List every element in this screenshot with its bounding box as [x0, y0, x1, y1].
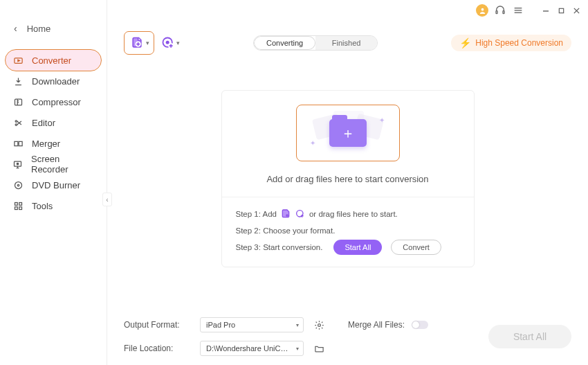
sidebar-item-label: Converter: [32, 55, 71, 66]
svg-rect-15: [14, 141, 17, 145]
sidebar-item-label: Screen Recorder: [31, 154, 94, 175]
svg-point-20: [17, 184, 19, 186]
chevron-down-icon: ▾: [296, 322, 299, 328]
svg-point-13: [15, 120, 17, 122]
start-all-button[interactable]: Start All: [488, 325, 571, 348]
sidebar-item-tools[interactable]: Tools: [0, 195, 107, 216]
sidebar-item-screen-recorder[interactable]: Screen Recorder: [0, 154, 107, 175]
compressor-icon: [12, 96, 24, 107]
merge-all-toggle[interactable]: [412, 321, 428, 329]
file-add-icon: [130, 36, 144, 50]
sidebar-item-editor[interactable]: Editor: [0, 112, 107, 133]
steps-instructions: Step 1: Add or drag files here to start.…: [222, 206, 474, 256]
merger-icon: [12, 138, 24, 149]
sidebar-item-label: Merger: [32, 139, 60, 149]
settings-gear-icon[interactable]: [313, 319, 324, 330]
sidebar-item-merger[interactable]: Merger: [0, 133, 107, 154]
file-location-select[interactable]: D:\Wondershare UniConverter 1 ▾: [200, 341, 304, 356]
svg-point-38: [318, 323, 320, 326]
main-panel: ▾ ▾ Converting Finished ⚡ High Speed Con…: [107, 0, 588, 365]
output-format-label: Output Format:: [124, 320, 190, 330]
high-speed-label: High Speed Conversion: [475, 38, 563, 48]
disc-add-icon: [161, 36, 175, 50]
high-speed-conversion-button[interactable]: ⚡ High Speed Conversion: [451, 35, 571, 51]
tab-converting[interactable]: Converting: [254, 36, 315, 50]
sidebar-item-label: Compressor: [32, 97, 81, 107]
dropzone-illustration: ✦✦ ＋: [310, 112, 386, 154]
step3-label: Step 3: Start conversion.: [236, 243, 323, 251]
tools-icon: [12, 200, 24, 211]
svg-rect-22: [19, 202, 21, 205]
footer-bar: Output Format: iPad Pro ▾ Merge All File…: [124, 307, 571, 357]
output-format-select[interactable]: iPad Pro ▾: [200, 317, 304, 332]
file-location-value: D:\Wondershare UniConverter 1: [206, 344, 289, 353]
home-label: Home: [27, 24, 51, 34]
output-format-value: iPad Pro: [206, 321, 235, 329]
open-folder-icon[interactable]: [313, 343, 324, 354]
toolbar: ▾ ▾ Converting Finished ⚡ High Speed Con…: [124, 30, 571, 55]
sidebar-item-label: DVD Burner: [32, 180, 80, 190]
step1-label-b: or drag files here to start.: [309, 210, 398, 218]
chevron-down-icon: ▾: [296, 346, 299, 352]
sidebar-item-label: Downloader: [32, 76, 80, 87]
tab-finished[interactable]: Finished: [315, 36, 377, 50]
svg-point-29: [166, 41, 169, 44]
downloader-icon: [12, 75, 24, 87]
step2-label: Step 2: Choose your format.: [236, 226, 336, 235]
sidebar-item-downloader[interactable]: Downloader: [0, 71, 107, 91]
start-all-button-inline[interactable]: Start All: [333, 240, 382, 255]
svg-marker-11: [17, 60, 19, 62]
bolt-icon: ⚡: [459, 37, 471, 48]
nav-list: Converter Downloader Compressor Editor M…: [0, 50, 107, 216]
file-add-icon: [280, 208, 291, 220]
home-link[interactable]: ‹ Home: [0, 19, 107, 37]
svg-rect-23: [15, 206, 17, 209]
screen-recorder-icon: [12, 159, 23, 170]
step1-label-a: Step 1: Add: [236, 210, 277, 218]
conversion-tabs: Converting Finished: [253, 35, 378, 51]
converter-icon: [12, 55, 24, 66]
sidebar-item-dvd-burner[interactable]: DVD Burner: [0, 175, 107, 195]
sidebar-item-label: Editor: [32, 118, 55, 128]
chevron-down-icon: ▾: [146, 39, 149, 46]
add-file-button[interactable]: ▾: [124, 31, 154, 55]
back-icon: ‹: [14, 23, 17, 34]
dropzone[interactable]: ✦✦ ＋: [296, 105, 400, 161]
chevron-down-icon: ▾: [176, 39, 180, 46]
convert-button-inline[interactable]: Convert: [391, 240, 441, 255]
add-url-button[interactable]: ▾: [161, 36, 180, 50]
empty-state-card: ✦✦ ＋ Add or drag files here to start con…: [221, 90, 475, 267]
disc-add-icon: [295, 208, 306, 220]
folder-plus-icon: ＋: [329, 119, 367, 147]
svg-point-14: [15, 123, 17, 125]
sidebar-item-label: Tools: [32, 201, 53, 211]
dvd-burner-icon: [12, 179, 24, 190]
merge-files-label: Merge All Files:: [348, 320, 405, 330]
dropzone-text: Add or drag files here to start conversi…: [222, 174, 474, 184]
editor-icon: [12, 117, 24, 128]
svg-rect-21: [15, 202, 17, 205]
svg-point-19: [15, 181, 21, 188]
divider: [222, 197, 474, 197]
sidebar-item-converter[interactable]: Converter: [6, 50, 101, 71]
svg-point-18: [17, 163, 19, 165]
sidebar-item-compressor[interactable]: Compressor: [0, 91, 107, 112]
svg-rect-24: [19, 206, 21, 209]
sidebar: ‹ Home Converter Downloader Compressor E…: [0, 0, 107, 365]
svg-rect-16: [19, 141, 22, 145]
file-location-label: File Location:: [124, 344, 190, 353]
